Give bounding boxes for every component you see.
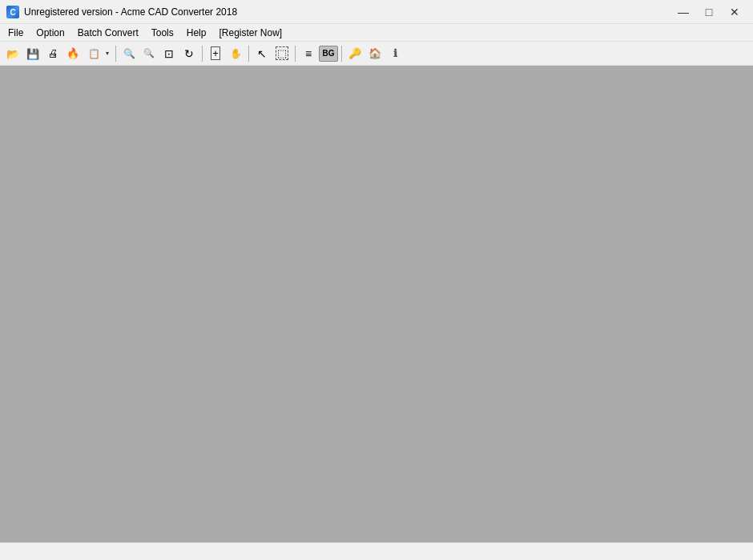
open-icon	[6, 47, 19, 60]
menu-item-register[interactable]: [Register Now]	[212, 25, 288, 41]
register-button[interactable]: 🔑	[345, 44, 364, 63]
menu-item-tools[interactable]: Tools	[145, 25, 180, 41]
print-button[interactable]: 🖨	[43, 44, 62, 63]
toolbar: 🖨 🔥 📋 ▾ 🔍 🔍 ⊡ ↻ + ✋ ↖ ⬚ ≡	[0, 42, 753, 66]
cursor-icon: ↖	[257, 47, 267, 60]
title-bar-controls: — □ ✕	[671, 4, 747, 20]
minimize-button[interactable]: —	[671, 4, 695, 20]
home-icon: 🏠	[368, 47, 381, 59]
close-button[interactable]: ✕	[723, 4, 747, 20]
pan-button[interactable]: ✋	[226, 44, 245, 63]
toolbar-separator-5	[341, 46, 342, 62]
zoom-window-icon: +	[211, 46, 220, 60]
zoom-out-icon: 🔍	[143, 48, 155, 58]
zoom-restore-button[interactable]: ↻	[179, 44, 199, 63]
bg-badge-label: BG	[323, 49, 335, 58]
convert-button[interactable]: 🔥	[63, 44, 83, 63]
copy-icon: 📋	[84, 44, 103, 63]
select-box-icon: ⬚	[276, 46, 288, 60]
register-icon: 🔑	[348, 47, 361, 59]
maximize-button[interactable]: □	[697, 4, 721, 20]
menu-bar: File Option Batch Convert Tools Help [Re…	[0, 24, 753, 42]
menu-item-option[interactable]: Option	[30, 25, 70, 41]
toolbar-separator-2	[202, 46, 203, 62]
app-icon	[6, 6, 19, 18]
zoom-fit-button[interactable]: ⊡	[159, 44, 179, 63]
menu-item-file[interactable]: File	[2, 25, 30, 41]
title-bar: Unregistered version - Acme CAD Converte…	[0, 0, 753, 24]
bg-badge-button[interactable]: BG	[319, 46, 338, 62]
print-icon: 🖨	[48, 47, 58, 59]
menu-item-help[interactable]: Help	[180, 25, 213, 41]
restore-icon: ↻	[184, 47, 194, 60]
toolbar-separator-3	[248, 46, 249, 62]
zoom-window-button[interactable]: +	[206, 44, 225, 63]
status-bar	[0, 542, 753, 560]
title-bar-text: Unregistered version - Acme CAD Converte…	[24, 6, 237, 18]
info-icon: ℹ	[393, 47, 397, 59]
pan-icon: ✋	[230, 48, 242, 59]
zoom-out-button[interactable]: 🔍	[139, 44, 159, 63]
toolbar-separator-4	[295, 46, 296, 62]
zoom-in-icon: 🔍	[123, 48, 135, 59]
zoom-in-button[interactable]: 🔍	[119, 44, 139, 63]
layers-icon: ≡	[305, 47, 312, 60]
save-button[interactable]	[23, 44, 42, 63]
about-button[interactable]: ℹ	[385, 44, 405, 63]
home-button[interactable]: 🏠	[365, 44, 385, 63]
fit-icon: ⊡	[164, 47, 174, 60]
title-bar-left: Unregistered version - Acme CAD Converte…	[6, 6, 237, 18]
toolbar-separator-1	[115, 46, 116, 62]
dropdown-arrow-icon: ▾	[103, 44, 111, 63]
cursor-button[interactable]: ↖	[252, 44, 272, 63]
copy-dropdown-button[interactable]: 📋 ▾	[83, 43, 112, 64]
save-icon	[26, 47, 39, 60]
main-canvas-area	[0, 66, 753, 542]
select-box-button[interactable]: ⬚	[272, 44, 292, 63]
open-button[interactable]	[3, 44, 22, 63]
fire-icon: 🔥	[66, 47, 79, 59]
menu-item-batch-convert[interactable]: Batch Convert	[71, 25, 145, 41]
layers-button[interactable]: ≡	[299, 44, 318, 63]
